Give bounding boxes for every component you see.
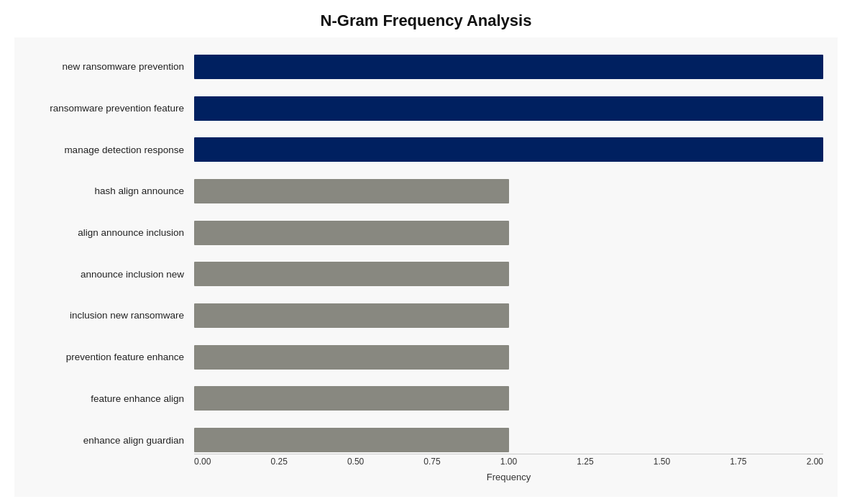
x-tick: 2.00 — [807, 457, 823, 467]
bar-track — [194, 345, 823, 370]
bar-label: prevention feature enhance — [22, 352, 194, 362]
bar-label: enhance align guardian — [22, 435, 194, 446]
x-tick: 1.25 — [577, 457, 593, 467]
bar-row: ransomware prevention feature — [22, 91, 823, 126]
bar-row: new ransomware prevention — [22, 50, 823, 84]
bar-track — [194, 428, 823, 452]
bar-row: align announce inclusion — [22, 216, 823, 250]
bar-track — [194, 262, 823, 286]
bar-track — [194, 96, 823, 121]
bar-fill — [194, 386, 509, 411]
chart-container: N-Gram Frequency Analysis new ransomware… — [0, 0, 852, 504]
bar-row: enhance align guardian — [22, 423, 823, 457]
bar-label: feature enhance align — [22, 393, 194, 404]
bar-label: hash align announce — [22, 185, 194, 196]
bar-fill — [194, 96, 823, 121]
bar-row: announce inclusion new — [22, 257, 823, 291]
bar-track — [194, 179, 823, 203]
bar-row: prevention feature enhance — [22, 340, 823, 375]
x-ticks: 0.000.250.500.751.001.251.501.752.00 — [194, 457, 823, 467]
bar-row: inclusion new ransomware — [22, 298, 823, 333]
x-tick: 0.50 — [347, 457, 364, 467]
bar-fill — [194, 428, 509, 452]
x-tick: 0.00 — [194, 457, 211, 467]
chart-area: new ransomware preventionransomware prev… — [14, 37, 838, 497]
bar-track — [194, 386, 823, 411]
bar-fill — [194, 345, 509, 370]
x-tick: 0.25 — [270, 457, 287, 467]
bar-label: align announce inclusion — [22, 227, 194, 238]
bar-fill — [194, 221, 509, 245]
x-tick: 1.00 — [500, 457, 517, 467]
x-axis-label: Frequency — [487, 472, 531, 482]
bar-track — [194, 55, 823, 79]
bar-row: manage detection response — [22, 132, 823, 167]
bar-row: hash align announce — [22, 174, 823, 209]
bar-track — [194, 221, 823, 245]
bar-fill — [194, 262, 509, 286]
chart-title: N-Gram Frequency Analysis — [321, 12, 532, 30]
x-axis: 0.000.250.500.751.001.251.501.752.00 Fre… — [194, 454, 823, 482]
bar-row: feature enhance align — [22, 381, 823, 416]
bar-track — [194, 303, 823, 328]
bar-label: new ransomware prevention — [22, 61, 194, 72]
x-tick: 1.50 — [654, 457, 670, 467]
bar-label: announce inclusion new — [22, 269, 194, 280]
bars-section: new ransomware preventionransomware prev… — [22, 46, 823, 461]
bar-fill — [194, 179, 509, 203]
bar-fill — [194, 55, 823, 79]
bar-track — [194, 137, 823, 162]
x-axis-line — [194, 454, 823, 454]
bar-fill — [194, 137, 823, 162]
bar-label: ransomware prevention feature — [22, 103, 194, 114]
bar-label: inclusion new ransomware — [22, 310, 194, 321]
x-tick: 0.75 — [423, 457, 440, 467]
x-tick: 1.75 — [730, 457, 746, 467]
bar-label: manage detection response — [22, 145, 194, 155]
bar-fill — [194, 303, 509, 328]
